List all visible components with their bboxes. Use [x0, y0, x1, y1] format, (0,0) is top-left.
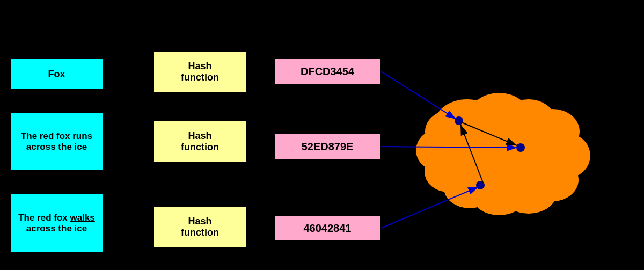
- svg-line-4: [104, 223, 152, 227]
- svg-point-18: [416, 129, 464, 172]
- svg-line-22: [381, 147, 517, 148]
- svg-point-16: [444, 167, 495, 208]
- output-box-3: 46042841: [274, 215, 381, 242]
- cloud: [416, 93, 590, 215]
- hash-box-2-label: Hashfunction: [181, 130, 219, 153]
- svg-point-8: [435, 99, 499, 148]
- output-box-2: 52ED879E: [274, 133, 381, 160]
- input-runs: The red fox runs across the ice: [10, 112, 104, 171]
- svg-line-6: [247, 141, 273, 147]
- cloud-dot-3: [476, 181, 485, 189]
- svg-point-12: [542, 133, 590, 178]
- svg-point-9: [470, 93, 529, 138]
- input-walks-label: The red fox walks across the ice: [14, 213, 99, 234]
- hash-box-3-label: Hashfunction: [181, 216, 219, 238]
- svg-point-14: [501, 173, 557, 214]
- hash-box-3: Hashfunction: [153, 206, 247, 248]
- svg-line-7: [247, 227, 273, 228]
- diagram-container: Fox The red fox runs across the ice The …: [0, 0, 644, 270]
- svg-line-23: [381, 187, 479, 228]
- svg-point-19: [425, 110, 477, 153]
- input-fox-label: Fox: [48, 69, 65, 80]
- svg-line-2: [104, 71, 152, 74]
- svg-point-10: [502, 99, 555, 142]
- svg-point-11: [526, 109, 580, 154]
- cloud-dot-2: [516, 143, 525, 152]
- input-runs-label: The red fox runs across the ice: [14, 131, 99, 152]
- output-2-label: 52ED879E: [302, 141, 354, 153]
- svg-point-20: [440, 107, 569, 204]
- svg-point-15: [472, 177, 526, 215]
- output-1-label: DFCD3454: [301, 65, 354, 78]
- svg-line-24: [462, 122, 517, 145]
- output-3-label: 46042841: [304, 222, 352, 235]
- hash-box-2: Hashfunction: [153, 120, 247, 163]
- svg-point-13: [527, 158, 579, 201]
- hash-box-1-label: Hashfunction: [181, 61, 219, 83]
- input-fox: Fox: [10, 58, 104, 90]
- output-box-1: DFCD3454: [274, 58, 381, 85]
- input-walks: The red fox walks across the ice: [10, 193, 104, 253]
- svg-line-25: [460, 125, 483, 183]
- hash-box-1: Hashfunction: [153, 50, 247, 93]
- svg-point-17: [425, 151, 472, 192]
- svg-line-21: [381, 71, 456, 119]
- cloud-dot-1: [455, 116, 463, 125]
